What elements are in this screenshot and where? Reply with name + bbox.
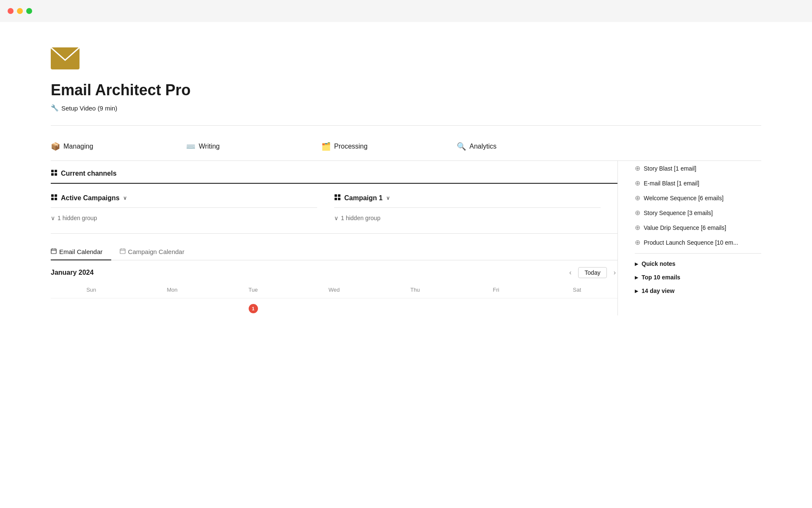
tab-email-calendar[interactable]: Email Calendar — [51, 244, 111, 260]
welcome-sequence-plus-icon: ⊕ — [635, 194, 640, 202]
product-launch-label: Product Launch Sequence [10 em... — [644, 239, 738, 246]
top-10-triangle: ▶ — [635, 275, 638, 280]
cal-cell-tue-1[interactable]: 1 — [213, 302, 294, 315]
active-campaigns-grid-icon — [51, 194, 58, 202]
svg-rect-2 — [55, 170, 57, 172]
nav-item-writing[interactable]: ⌨️ Writing — [186, 140, 321, 153]
active-campaigns-col: Active Campaigns ∨ ∨ 1 hidden group — [51, 194, 334, 223]
current-channels-header: Current channels — [51, 161, 617, 184]
nav-row: 📦 Managing ⌨️ Writing 🗂️ Processing 🔍 An… — [51, 133, 761, 161]
cal-cell-empty-3 — [294, 302, 374, 315]
cal-cell-empty-6 — [537, 302, 617, 315]
svg-rect-11 — [335, 198, 337, 200]
campaign1-grid-icon — [334, 194, 341, 202]
day-header-mon: Mon — [132, 285, 212, 295]
day-header-thu: Thu — [375, 285, 455, 295]
calendar-day-headers: Sun Mon Tue Wed Thu Fri Sat — [51, 285, 617, 298]
calendar-prev-button[interactable]: ‹ — [568, 268, 573, 277]
tab-campaign-calendar[interactable]: Campaign Calendar — [111, 244, 193, 260]
sidebar-item-story-sequence[interactable]: ⊕ Story Sequence [3 emails] — [635, 205, 761, 220]
day-header-sun: Sun — [51, 285, 132, 295]
calendar-next-button[interactable]: › — [612, 268, 617, 277]
14-day-triangle: ▶ — [635, 289, 638, 293]
email-calendar-icon — [51, 248, 57, 255]
cal-event-dot: 1 — [249, 304, 258, 313]
quick-notes-label: Quick notes — [642, 260, 675, 267]
setup-video-link[interactable]: 🔧 Setup Video (9 min) — [51, 104, 761, 112]
nav-item-analytics[interactable]: 🔍 Analytics — [457, 140, 592, 153]
campaign1-header[interactable]: Campaign 1 ∨ — [334, 194, 601, 208]
story-sequence-plus-icon: ⊕ — [635, 209, 640, 217]
left-area: Current channels — [51, 161, 617, 315]
hidden-group-chevron: ∨ — [51, 215, 55, 221]
managing-label: Managing — [63, 143, 93, 150]
sidebar-item-story-blast[interactable]: ⊕ Story Blast [1 email] — [635, 161, 761, 176]
current-channels-label: Current channels — [61, 170, 117, 177]
day-header-tue: Tue — [213, 285, 294, 295]
email-calendar-label: Email Calendar — [59, 248, 103, 255]
svg-rect-6 — [55, 194, 57, 197]
managing-icon: 📦 — [51, 142, 60, 151]
calendar-tabs: Email Calendar Campaign Calendar — [51, 244, 617, 260]
sidebar-top-10-emails[interactable]: ▶ Top 10 emails — [635, 271, 761, 284]
app-icon — [51, 47, 761, 71]
maximize-button[interactable] — [26, 8, 32, 14]
campaign1-chevron: ∨ — [386, 195, 390, 201]
value-drip-plus-icon: ⊕ — [635, 224, 640, 232]
cal-cell-empty-1 — [51, 302, 132, 315]
quick-notes-triangle: ▶ — [635, 262, 638, 266]
wrench-icon: 🔧 — [51, 104, 59, 112]
svg-rect-4 — [55, 173, 57, 176]
svg-rect-7 — [51, 198, 54, 200]
campaign1-label: Campaign 1 — [344, 194, 383, 202]
campaign-calendar-icon — [120, 248, 126, 255]
14-day-label: 14 day view — [642, 287, 675, 294]
campaign-calendar-label: Campaign Calendar — [128, 248, 184, 255]
sidebar-item-welcome-sequence[interactable]: ⊕ Welcome Sequence [6 emails] — [635, 190, 761, 205]
campaign1-col: Campaign 1 ∨ ∨ 1 hidden group — [334, 194, 617, 223]
cal-cell-empty-5 — [455, 302, 536, 315]
day-header-sat: Sat — [537, 285, 617, 295]
active-campaigns-hidden-group[interactable]: ∨ 1 hidden group — [51, 213, 317, 223]
sidebar-quick-notes[interactable]: ▶ Quick notes — [635, 257, 761, 271]
sidebar-14-day-view[interactable]: ▶ 14 day view — [635, 284, 761, 298]
nav-item-processing[interactable]: 🗂️ Processing — [321, 140, 457, 153]
close-button[interactable] — [8, 8, 14, 14]
active-campaigns-label: Active Campaigns — [61, 194, 120, 202]
svg-rect-1 — [51, 170, 54, 172]
processing-icon: 🗂️ — [321, 142, 331, 151]
main-content: Email Architect Pro 🔧 Setup Video (9 min… — [0, 22, 812, 341]
calendar-month-label: January 2024 — [51, 269, 93, 276]
email-blast-plus-icon: ⊕ — [635, 179, 640, 187]
sidebar-divider-1 — [635, 253, 761, 254]
svg-rect-9 — [335, 194, 337, 197]
active-campaigns-header[interactable]: Active Campaigns ∨ — [51, 194, 317, 208]
analytics-icon: 🔍 — [457, 142, 466, 151]
svg-rect-3 — [51, 173, 54, 176]
calendar-nav: ‹ Today › — [568, 267, 617, 278]
story-blast-label: Story Blast [1 email] — [644, 165, 697, 172]
email-blast-label: E-mail Blast [1 email] — [644, 180, 699, 187]
writing-icon: ⌨️ — [186, 142, 195, 151]
nav-item-managing[interactable]: 📦 Managing — [51, 140, 186, 153]
svg-rect-17 — [120, 249, 125, 254]
minimize-button[interactable] — [17, 8, 23, 14]
svg-rect-5 — [51, 194, 54, 197]
writing-label: Writing — [199, 143, 220, 150]
svg-rect-10 — [338, 194, 340, 197]
campaign1-hidden-group[interactable]: ∨ 1 hidden group — [334, 213, 601, 223]
campaigns-area: Active Campaigns ∨ ∨ 1 hidden group — [51, 184, 617, 234]
sidebar-item-email-blast[interactable]: ⊕ E-mail Blast [1 email] — [635, 176, 761, 190]
calendar-header: January 2024 ‹ Today › — [51, 260, 617, 285]
svg-rect-12 — [338, 198, 340, 200]
window-controls — [0, 0, 812, 22]
sidebar-item-value-drip[interactable]: ⊕ Value Drip Sequence [6 emails] — [635, 220, 761, 235]
top-divider — [51, 125, 761, 126]
cal-cell-empty-2 — [132, 302, 212, 315]
sidebar-item-product-launch[interactable]: ⊕ Product Launch Sequence [10 em... — [635, 235, 761, 250]
story-sequence-label: Story Sequence [3 emails] — [644, 210, 713, 216]
calendar-today-button[interactable]: Today — [578, 267, 606, 278]
sidebar: ⊕ Story Blast [1 email] ⊕ E-mail Blast [… — [617, 161, 761, 315]
svg-rect-8 — [55, 198, 57, 200]
active-campaigns-chevron: ∨ — [123, 195, 127, 201]
